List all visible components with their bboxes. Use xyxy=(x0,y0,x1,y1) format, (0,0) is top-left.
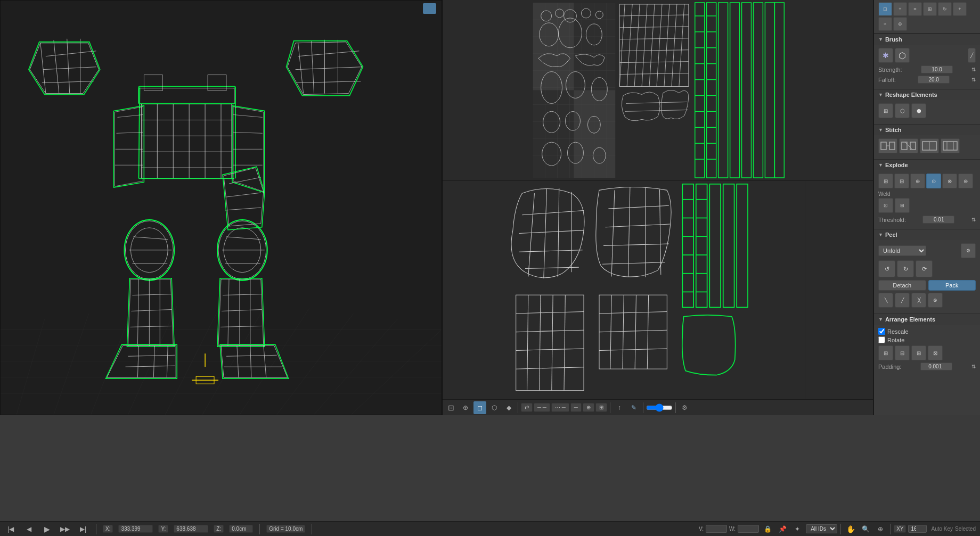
select-all-btn[interactable]: ✦ xyxy=(791,523,804,535)
explode-btn-2[interactable]: ⊟ xyxy=(894,174,909,188)
qt-icon-7[interactable]: ≈ xyxy=(878,17,892,31)
peel-extra-4[interactable]: ⊗ xyxy=(928,293,943,308)
uv-sync-btn[interactable]: ⇄ xyxy=(521,403,533,412)
brush-draw-btn[interactable]: ✱ xyxy=(878,48,893,63)
peel-btn-1[interactable]: ↺ xyxy=(878,260,895,277)
reshape-btn-3[interactable]: ⬢ xyxy=(911,103,926,118)
explode-btn-3[interactable]: ⊕ xyxy=(910,174,925,188)
arrange-btn-1[interactable]: ⊞ xyxy=(878,345,893,360)
uv-pin-btn[interactable]: ─ ─ xyxy=(534,403,550,412)
explode-arrow: ▼ xyxy=(878,162,883,168)
arrange-btn-2[interactable]: ⊟ xyxy=(895,345,910,360)
svg-rect-93 xyxy=(423,3,436,14)
weld-btn-1[interactable]: ⊡ xyxy=(878,198,893,213)
stitch-label: Stitch xyxy=(885,127,902,133)
peel-extra-2[interactable]: ╱ xyxy=(895,293,910,308)
viewport-svg xyxy=(1,1,442,415)
unfold-select[interactable]: Unfold xyxy=(878,245,926,256)
explode-btn-5[interactable]: ⊗ xyxy=(942,174,957,188)
pan-btn[interactable]: ✋ xyxy=(844,523,857,535)
z-coord-label: Z: xyxy=(214,525,224,533)
num-value-input[interactable] xyxy=(908,525,927,533)
w-value-input[interactable] xyxy=(738,525,759,533)
explode-btn-6[interactable]: ⊛ xyxy=(958,174,973,188)
explode-section-header[interactable]: ▼ Explode xyxy=(874,159,980,170)
uv-range-slider[interactable] xyxy=(646,404,673,411)
bottom-status-bar: |◀ ◀ ▶ ▶▶ ▶| X: 333.399 Y: 638.638 Z: 0.… xyxy=(0,521,980,536)
arrange-btn-4[interactable]: ⊠ xyxy=(928,345,943,360)
detach-button[interactable]: Detach xyxy=(878,280,926,291)
threshold-label: Threshold: xyxy=(878,217,906,223)
svg-rect-0 xyxy=(1,1,442,415)
timeline-play[interactable]: ▶ xyxy=(40,523,53,535)
zoom-all-btn[interactable]: ⊕ xyxy=(874,523,887,535)
y-coord-value: 638.638 xyxy=(174,525,208,533)
uv-plus-btn[interactable]: ─ xyxy=(570,403,582,412)
reshape-section-header[interactable]: ▼ Reshape Elements xyxy=(874,89,980,100)
falloff-input[interactable] xyxy=(918,76,950,84)
x-coord-value: 333.399 xyxy=(118,525,153,533)
peel-btn-3[interactable]: ⟳ xyxy=(916,260,933,277)
peel-extra-1[interactable]: ╲ xyxy=(878,293,893,308)
brush-section-header[interactable]: ▼ Brush xyxy=(874,34,980,45)
pack-button[interactable]: Pack xyxy=(928,280,976,291)
qt-icon-1[interactable]: ⊡ xyxy=(878,2,892,16)
timeline-play-fwd[interactable]: ▶| xyxy=(77,523,89,535)
uv-cursor-btn[interactable]: ⊕ xyxy=(459,401,472,414)
explode-btn-4[interactable]: ⊙ xyxy=(926,174,941,188)
svg-rect-230 xyxy=(889,142,895,150)
brush-type-btn[interactable]: ⬡ xyxy=(895,48,910,63)
arrange-section-header[interactable]: ▼ Arrange Elements xyxy=(874,314,980,325)
uv-move-tool[interactable]: ↑ xyxy=(613,401,626,414)
uv-target-btn[interactable]: ⊕ xyxy=(583,403,594,412)
strength-arrows[interactable]: ⇅ xyxy=(971,67,976,72)
stitch-section-header[interactable]: ▼ Stitch xyxy=(874,124,980,135)
threshold-arrows[interactable]: ⇅ xyxy=(971,217,976,222)
peel-btn-2[interactable]: ↻ xyxy=(897,260,914,277)
all-ids-select[interactable]: All IDs xyxy=(806,524,837,533)
reshape-btn-2[interactable]: ⬡ xyxy=(895,103,910,118)
rotate-checkbox[interactable] xyxy=(878,336,885,343)
explode-btn-1[interactable]: ⊞ xyxy=(878,174,893,188)
uv-dots-btn[interactable]: ⋯ ─ xyxy=(551,403,569,412)
uv-stretch-btn[interactable]: ⊞ xyxy=(595,403,607,412)
padding-arrows[interactable]: ⇅ xyxy=(971,364,976,369)
threshold-input[interactable] xyxy=(922,216,954,224)
padding-input[interactable] xyxy=(920,362,952,370)
pin-btn[interactable]: 📌 xyxy=(776,523,789,535)
stitch-btn-4[interactable] xyxy=(941,138,960,153)
falloff-arrows[interactable]: ⇅ xyxy=(971,77,976,83)
timeline-next[interactable]: ▶▶ xyxy=(59,523,71,535)
stitch-btn-2[interactable] xyxy=(899,138,918,153)
peel-extra-3[interactable]: ╳ xyxy=(911,293,926,308)
uv-settings-btn[interactable]: ⚙ xyxy=(679,401,691,414)
timeline-prev[interactable]: ◀ xyxy=(22,523,35,535)
stitch-btn-1[interactable] xyxy=(878,138,897,153)
uv-face-mode-btn[interactable]: ◻ xyxy=(473,401,486,414)
unfold-settings-btn[interactable]: ⚙ xyxy=(961,243,976,258)
uv-vert-mode-btn[interactable]: ◆ xyxy=(502,401,515,414)
strength-input[interactable] xyxy=(921,65,953,73)
stitch-btn-3[interactable] xyxy=(920,138,939,153)
uv-brush-tool[interactable]: ✎ xyxy=(627,401,640,414)
reshape-btn-1[interactable]: ⊞ xyxy=(878,103,893,118)
qt-icon-5[interactable]: ↻ xyxy=(938,2,952,16)
weld-btn-2[interactable]: ⊞ xyxy=(895,198,910,213)
zoom-btn[interactable]: 🔍 xyxy=(859,523,872,535)
qt-icon-8[interactable]: ⊕ xyxy=(893,17,907,31)
lock-btn[interactable]: 🔒 xyxy=(761,523,774,535)
qt-icon-6[interactable]: + xyxy=(953,2,967,16)
uv-editor: ⊡ ⊕ ◻ ⬡ ◆ ⇄ ─ ─ ⋯ ─ ─ ⊕ ⊞ ↑ ✎ ⚙ xyxy=(442,0,873,415)
arrange-btn-3[interactable]: ⊞ xyxy=(911,345,926,360)
uv-bottom-section xyxy=(443,181,873,415)
rescale-checkbox[interactable] xyxy=(878,328,885,335)
uv-edge-mode-btn[interactable]: ⬡ xyxy=(488,401,501,414)
peel-section-header[interactable]: ▼ Peel xyxy=(874,229,980,240)
qt-icon-2[interactable]: + xyxy=(893,2,907,16)
v-value-input[interactable] xyxy=(706,525,727,533)
brush-angle-btn[interactable]: ╱ xyxy=(968,48,976,63)
qt-icon-4[interactable]: ⊞ xyxy=(923,2,937,16)
timeline-play-back[interactable]: |◀ xyxy=(4,523,17,535)
uv-select-btn[interactable]: ⊡ xyxy=(445,401,458,414)
qt-icon-3[interactable]: ≡ xyxy=(908,2,922,16)
